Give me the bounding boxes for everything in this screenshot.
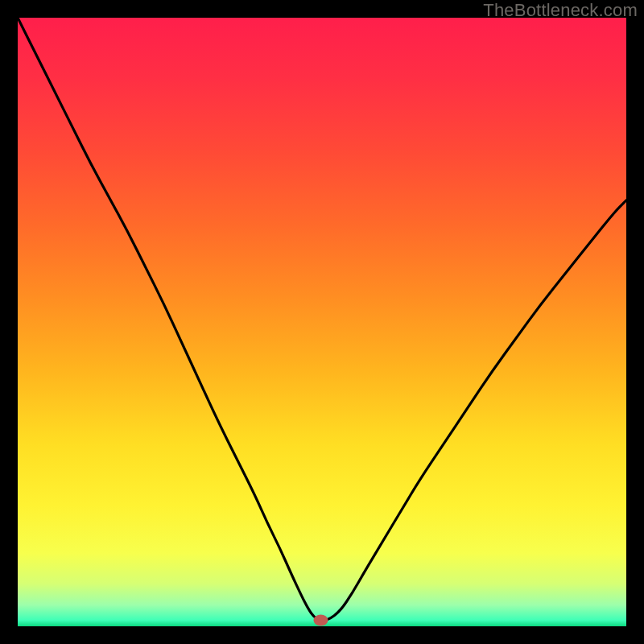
chart-svg <box>18 18 626 626</box>
watermark-text: TheBottleneck.com <box>483 0 638 21</box>
bottleneck-marker <box>313 614 328 625</box>
plot-area <box>18 18 626 626</box>
chart-frame: TheBottleneck.com <box>0 0 644 644</box>
gradient-background <box>18 18 626 626</box>
